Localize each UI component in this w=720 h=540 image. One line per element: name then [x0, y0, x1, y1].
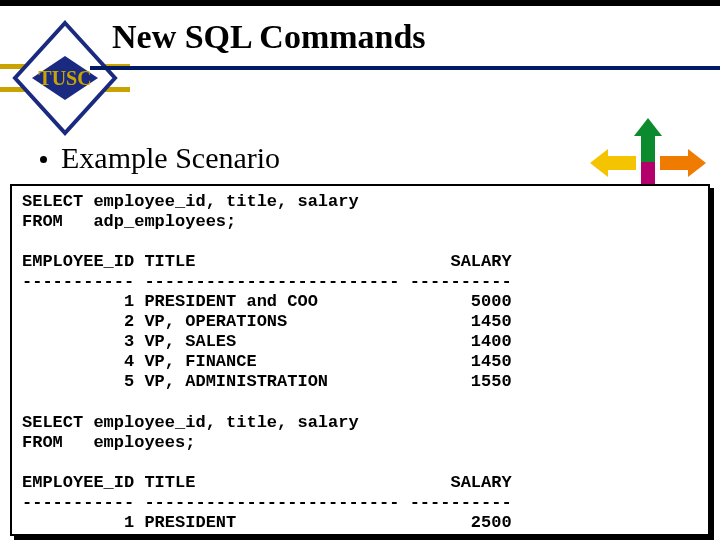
bullet-text: Example Scenario	[61, 141, 280, 174]
logo-text: TUSC	[38, 67, 91, 89]
svg-rect-8	[641, 136, 655, 164]
svg-rect-4	[608, 156, 636, 170]
slide: TUSC New SQL Commands Example Scenario	[0, 0, 720, 540]
sql-output-box: SELECT employee_id, title, salary FROM a…	[10, 184, 710, 536]
bullet-dot-icon	[40, 156, 47, 163]
title-underline	[90, 66, 720, 70]
svg-marker-5	[590, 149, 608, 177]
slide-title: New SQL Commands	[112, 18, 426, 56]
bullet-example-scenario: Example Scenario	[40, 141, 280, 175]
svg-marker-7	[688, 149, 706, 177]
svg-marker-9	[634, 118, 662, 136]
svg-rect-6	[660, 156, 688, 170]
tusc-logo: TUSC	[0, 18, 120, 158]
